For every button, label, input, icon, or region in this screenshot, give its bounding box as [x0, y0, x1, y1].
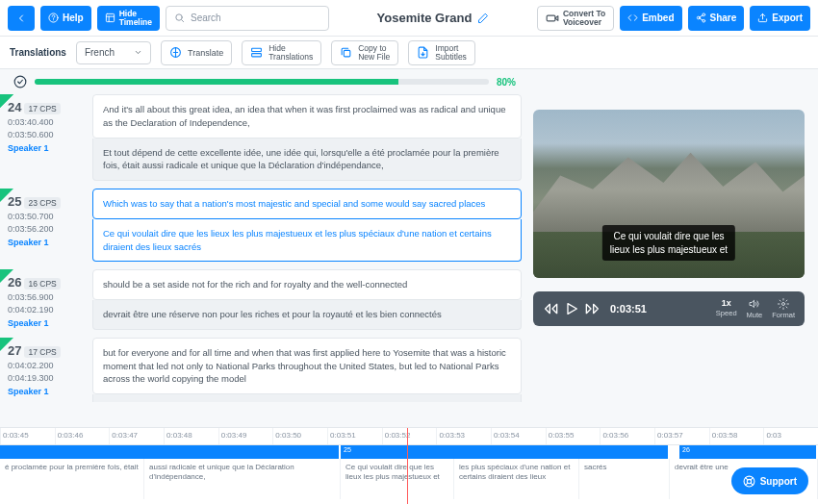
- check-icon: [13, 75, 27, 88]
- timeline-tick: 0:03:46: [55, 428, 110, 444]
- timeline-tick: 0:03: [763, 428, 818, 444]
- progress-bar: [35, 79, 489, 85]
- playhead[interactable]: [407, 428, 408, 504]
- segment-source-text[interactable]: Which was to say that a nation's most ma…: [92, 189, 522, 219]
- timeline-text-cell[interactable]: sacrés: [579, 459, 670, 499]
- play-button[interactable]: [564, 301, 579, 316]
- svg-rect-3: [547, 15, 555, 21]
- segment-source-text[interactable]: And it's all about this great idea, an i…: [92, 94, 522, 139]
- timeline-tick: 0:03:55: [546, 428, 601, 444]
- edit-icon[interactable]: [477, 13, 489, 24]
- progress-row: 80%: [0, 69, 529, 94]
- svg-rect-8: [252, 48, 262, 51]
- import-subtitles-button[interactable]: Import Subtitles: [408, 40, 475, 65]
- segments-panel: 80% 2417 CPS0:03:40.4000:03:50.600Speake…: [0, 69, 529, 427]
- speaker-label[interactable]: Speaker 1: [8, 238, 83, 247]
- segment-25[interactable]: 2523 CPS0:03:50.7000:03:56.200Speaker 1W…: [8, 189, 522, 262]
- rewind-button[interactable]: [543, 301, 558, 316]
- support-button[interactable]: Support: [731, 467, 808, 494]
- segment-meta: 2717 CPS0:04:02.2000:04:19.300Speaker 1: [8, 338, 83, 402]
- timeline-tick: 0:03:54: [491, 428, 546, 444]
- segment-source-text[interactable]: but for everyone and for all time and wh…: [92, 338, 522, 394]
- language-select[interactable]: French: [76, 41, 151, 64]
- segment-translation-text[interactable]: Et tout dépend de cette excellente idée,…: [92, 139, 522, 182]
- translate-button[interactable]: Translate: [161, 40, 232, 65]
- timeline-text-cell[interactable]: les plus spéciaux d'une nation et certai…: [454, 459, 579, 499]
- timeline-tick: 0:03:48: [164, 428, 218, 444]
- speaker-label[interactable]: Speaker 1: [8, 318, 83, 328]
- segment-27[interactable]: 2717 CPS0:04:02.2000:04:19.300Speaker 1b…: [8, 338, 522, 402]
- svg-point-12: [782, 303, 785, 306]
- timeline-block[interactable]: 25: [341, 445, 670, 459]
- timeline-tick: 0:03:58: [709, 428, 764, 444]
- svg-point-2: [176, 14, 182, 20]
- copy-new-file-button[interactable]: Copy to New File: [331, 40, 398, 65]
- timeline-tick: 0:03:45: [0, 428, 55, 444]
- svg-point-11: [14, 76, 26, 88]
- timeline-tick: 0:03:50: [272, 428, 327, 444]
- segment-meta: 2616 CPS0:03:56.9000:04:02.190Speaker 1: [8, 269, 83, 330]
- timeline-tick: 0:03:51: [327, 428, 382, 444]
- timeline-tick: 0:03:57: [654, 428, 709, 444]
- toolbar-label: Translations: [10, 47, 66, 58]
- svg-rect-9: [252, 54, 262, 57]
- timeline-tick: 0:03:56: [600, 428, 654, 444]
- timeline-tick: 0:03:47: [109, 428, 164, 444]
- segment-source-text[interactable]: should be a set aside not for the rich a…: [92, 269, 522, 300]
- help-button[interactable]: Help: [40, 6, 91, 31]
- svg-rect-1: [106, 13, 114, 21]
- back-button[interactable]: [8, 6, 35, 31]
- topbar: Help Hide Timeline Search Yosemite Grand…: [0, 0, 818, 37]
- segment-24[interactable]: 2417 CPS0:03:40.4000:03:50.600Speaker 1A…: [8, 94, 522, 181]
- export-button[interactable]: Export: [750, 6, 810, 31]
- forward-button[interactable]: [585, 301, 601, 316]
- timeline-tick: 0:03:53: [436, 428, 491, 444]
- segment-translation-text[interactable]: mais pour tout le monde et pour tous les…: [92, 394, 522, 402]
- format-button[interactable]: Format: [772, 298, 795, 319]
- speaker-label[interactable]: Speaker 1: [8, 143, 83, 153]
- chevron-down-icon: [134, 48, 142, 57]
- embed-button[interactable]: Embed: [620, 6, 681, 31]
- hide-translations-button[interactable]: Hide Translations: [242, 40, 321, 65]
- segment-translation-text[interactable]: devrait être une réserve non pour les ri…: [92, 300, 522, 330]
- video-panel: Ce qui voulait dire que les lieux les pl…: [529, 69, 818, 427]
- segment-26[interactable]: 2616 CPS0:03:56.9000:04:02.190Speaker 1s…: [8, 269, 522, 330]
- hide-timeline-button[interactable]: Hide Timeline: [97, 6, 160, 31]
- video-preview[interactable]: Ce qui voulait dire que les lieux les pl…: [533, 110, 805, 278]
- page-title: Yosemite Grand: [335, 11, 531, 25]
- timeline-text-cell[interactable]: Ce qui voulait dire que les lieux les pl…: [341, 459, 454, 499]
- svg-rect-10: [345, 50, 351, 57]
- timeline-tick: 0:03:52: [382, 428, 437, 444]
- speaker-label[interactable]: Speaker 1: [8, 387, 83, 396]
- timeline-text-cell[interactable]: é proclamée pour la première fois, était: [0, 459, 144, 499]
- speed-control[interactable]: 1xSpeed: [716, 298, 737, 319]
- timeline-block[interactable]: 26: [679, 445, 818, 459]
- search-input[interactable]: Search: [166, 6, 329, 31]
- convert-voiceover-button[interactable]: Convert To Voiceover: [537, 6, 614, 31]
- segment-meta: 2417 CPS0:03:40.4000:03:50.600Speaker 1: [8, 94, 83, 181]
- video-caption: Ce qui voulait dire que les lieux les pl…: [602, 225, 735, 261]
- player-controls: 0:03:51 1xSpeed Mute Format: [533, 291, 805, 326]
- segment-meta: 2523 CPS0:03:50.7000:03:56.200Speaker 1: [8, 189, 83, 262]
- mute-button[interactable]: Mute: [747, 298, 763, 319]
- player-time: 0:03:51: [610, 303, 647, 315]
- progress-percent: 80%: [497, 77, 516, 88]
- timeline-tick: 0:03:49: [218, 428, 273, 444]
- timeline[interactable]: 0:03:450:03:460:03:470:03:480:03:490:03:…: [0, 427, 818, 504]
- translations-toolbar: Translations French Translate Hide Trans…: [0, 37, 818, 69]
- share-button[interactable]: Share: [688, 6, 745, 31]
- segment-translation-text[interactable]: Ce qui voulait dire que les lieux les pl…: [92, 219, 522, 263]
- timeline-block[interactable]: [0, 445, 341, 459]
- timeline-text-cell[interactable]: aussi radicale et unique que la Déclarat…: [144, 459, 341, 499]
